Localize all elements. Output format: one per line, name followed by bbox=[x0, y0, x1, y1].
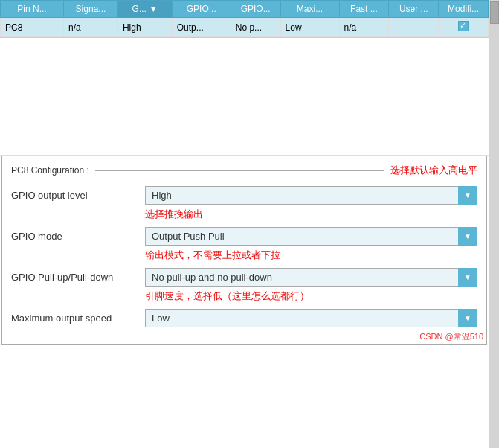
gpio-pull-select[interactable]: No pull-up and no pull-down Pull-up Pull… bbox=[145, 268, 477, 287]
col-header-user[interactable]: User ... bbox=[389, 1, 439, 18]
col-header-fast[interactable]: Fast ... bbox=[339, 1, 389, 18]
max-speed-select-wrapper: Low Medium High Very High bbox=[145, 309, 477, 327]
gpio-output-level-select[interactable]: High Low bbox=[145, 186, 477, 205]
gpio-pull-label: GPIO Pull-up/Pull-down bbox=[11, 272, 145, 283]
max-speed-select[interactable]: Low Medium High Very High bbox=[145, 309, 477, 327]
annotation-title: 选择默认输入高电平 bbox=[390, 164, 477, 177]
gpio-mode-row: GPIO mode Output Push Pull Input Analog bbox=[11, 227, 477, 246]
col-header-modified[interactable]: Modifi... bbox=[439, 1, 489, 18]
empty-area bbox=[0, 38, 489, 156]
gpio-pull-select-wrapper: No pull-up and no pull-down Pull-up Pull… bbox=[145, 268, 477, 287]
col-header-pin[interactable]: Pin N... bbox=[1, 1, 64, 18]
config-title-text: PC8 Configuration : bbox=[11, 165, 89, 176]
col-header-gpio-out[interactable]: GPIO... bbox=[172, 1, 231, 18]
main-container: Pin N... Signa... G... ▼ GPIO... GPIO... bbox=[0, 0, 499, 448]
col-header-signal[interactable]: Signa... bbox=[64, 1, 118, 18]
cell-user bbox=[389, 18, 439, 37]
col-header-gpio[interactable]: G... ▼ bbox=[117, 1, 172, 18]
config-title-row: PC8 Configuration : 选择默认输入高电平 bbox=[11, 164, 477, 177]
cell-modified[interactable] bbox=[439, 18, 489, 37]
modified-checkbox[interactable] bbox=[458, 21, 469, 31]
max-speed-row: Maximum output speed Low Medium High Ver… bbox=[11, 309, 477, 327]
col-header-max[interactable]: Maxi... bbox=[280, 1, 339, 18]
pin-table: Pin N... Signa... G... ▼ GPIO... GPIO... bbox=[0, 0, 489, 37]
cell-fast: n/a bbox=[339, 18, 389, 37]
annotation-gpio-pull-row: 输出模式，不需要上拉或者下拉 bbox=[145, 249, 477, 262]
annotation-gpio-mode-row: 选择推挽输出 bbox=[145, 208, 477, 221]
annotation-max-speed: 引脚速度，选择低（这里怎么选都行） bbox=[145, 290, 309, 301]
watermark: CSDN @常温510 bbox=[419, 331, 483, 342]
gpio-mode-select-wrapper: Output Push Pull Input Analog bbox=[145, 227, 477, 246]
config-panel: PC8 Configuration : 选择默认输入高电平 GPIO outpu… bbox=[1, 156, 487, 345]
scrollbar-thumb[interactable] bbox=[490, 1, 499, 24]
cell-signal: n/a bbox=[64, 18, 118, 37]
gpio-pull-row: GPIO Pull-up/Pull-down No pull-up and no… bbox=[11, 268, 477, 287]
annotation-gpio-pull: 输出模式，不需要上拉或者下拉 bbox=[145, 249, 280, 260]
table-section: Pin N... Signa... G... ▼ GPIO... GPIO... bbox=[0, 0, 489, 38]
title-divider bbox=[95, 170, 384, 171]
gpio-output-level-select-wrapper: High Low bbox=[145, 186, 477, 205]
cell-pin: PC8 bbox=[1, 18, 64, 37]
cell-gpio: High bbox=[117, 18, 172, 37]
cell-gpio-out: Outp... bbox=[172, 18, 231, 37]
max-speed-label: Maximum output speed bbox=[11, 313, 145, 324]
table-row[interactable]: PC8 n/a High Outp... No p... Low n/a bbox=[1, 18, 489, 37]
col-header-gpio-pull[interactable]: GPIO... bbox=[231, 1, 280, 18]
gpio-mode-select[interactable]: Output Push Pull Input Analog bbox=[145, 227, 477, 246]
gpio-output-level-label: GPIO output level bbox=[11, 190, 145, 201]
cell-max: Low bbox=[280, 18, 339, 37]
gpio-mode-label: GPIO mode bbox=[11, 231, 145, 242]
annotation-gpio-mode: 选择推挽输出 bbox=[145, 208, 203, 220]
annotation-max-speed-row: 引脚速度，选择低（这里怎么选都行） bbox=[145, 289, 477, 303]
cell-gpio-pull: No p... bbox=[231, 18, 280, 37]
gpio-output-level-row: GPIO output level High Low bbox=[11, 186, 477, 205]
right-scrollbar[interactable] bbox=[489, 0, 499, 448]
